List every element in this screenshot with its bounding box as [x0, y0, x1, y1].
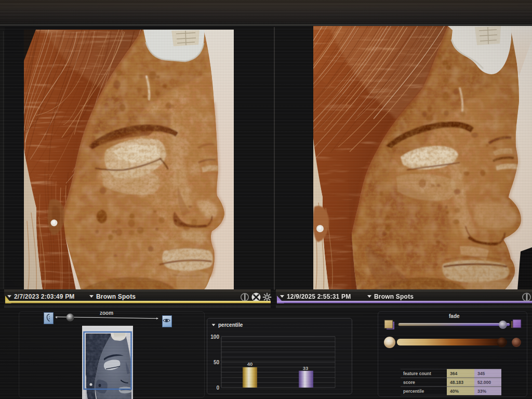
svg-text:score: score — [403, 380, 415, 385]
svg-text:52.000: 52.000 — [477, 380, 491, 385]
svg-text:33: 33 — [303, 365, 309, 371]
svg-text:33%: 33% — [477, 389, 486, 394]
svg-text:50: 50 — [214, 360, 220, 365]
svg-text:364: 364 — [450, 371, 457, 376]
svg-text:40: 40 — [247, 361, 253, 367]
svg-text:percentile: percentile — [403, 389, 424, 394]
svg-text:345: 345 — [477, 371, 485, 376]
svg-text:feature count: feature count — [403, 371, 431, 376]
svg-text:40%: 40% — [450, 389, 459, 394]
svg-text:100: 100 — [210, 334, 219, 340]
svg-text:0: 0 — [216, 385, 219, 391]
svg-text:48.183: 48.183 — [450, 380, 463, 385]
